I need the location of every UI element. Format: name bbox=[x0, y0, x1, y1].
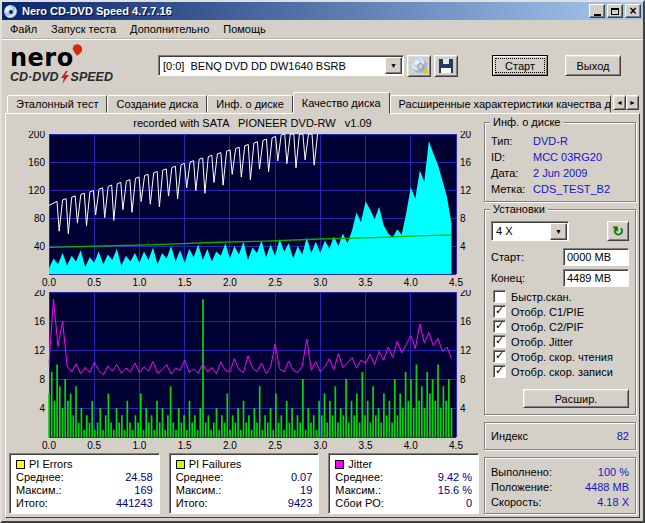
end-mb-field[interactable]: 4489 MB bbox=[563, 269, 629, 287]
svg-text:16: 16 bbox=[34, 315, 46, 326]
tab-label: Инф. о диске bbox=[216, 98, 283, 110]
disc-label-label: Метка: bbox=[491, 183, 533, 195]
speed-label: Скорость: bbox=[491, 496, 542, 508]
svg-text:12: 12 bbox=[460, 344, 472, 355]
start-button[interactable]: Старт bbox=[492, 55, 548, 76]
chevron-down-icon: ▼ bbox=[555, 228, 562, 235]
tab-disc-quality[interactable]: Качество диска bbox=[293, 92, 390, 114]
tab-label: Расширенные характеристики качества дис bbox=[399, 98, 611, 110]
maximize-button[interactable] bbox=[607, 4, 623, 18]
drive-dropdown-arrow[interactable]: ▼ bbox=[385, 57, 402, 74]
disc-label-value: CDS_TEST_B2 bbox=[533, 183, 610, 195]
start-mb-label: Старт: bbox=[491, 251, 524, 263]
stat-label: Среднее: bbox=[16, 471, 64, 484]
scan-speed-select[interactable]: 4 X ▼ bbox=[491, 221, 569, 241]
speed-dropdown-arrow[interactable]: ▼ bbox=[550, 223, 567, 240]
window-title: Nero CD-DVD Speed 4.7.7.16 bbox=[22, 5, 587, 17]
stat-value: 441243 bbox=[116, 497, 153, 510]
save-button[interactable] bbox=[434, 55, 458, 77]
jitter-panel: Jitter Среднее:9.42 % Максим.:15.6 % Сбо… bbox=[328, 453, 479, 514]
nero-logo: nero CD·DVD SPEED bbox=[2, 47, 158, 84]
menu-file[interactable]: Файл bbox=[3, 21, 44, 37]
quick-scan-checkbox[interactable] bbox=[493, 290, 506, 303]
disc-info-button[interactable] bbox=[407, 55, 431, 77]
position-label: Положение: bbox=[491, 481, 552, 493]
show-read-speed-checkbox[interactable] bbox=[493, 350, 506, 363]
checkbox-show-read-speed[interactable]: Отобр. скор. чтения bbox=[493, 349, 629, 364]
disc-type-label: Тип: bbox=[491, 135, 533, 147]
minimize-button[interactable] bbox=[589, 4, 605, 18]
tab-advanced-quality[interactable]: Расширенные характеристики качества дис bbox=[390, 95, 611, 113]
svg-text:0.5: 0.5 bbox=[87, 277, 101, 287]
svg-text:4.5: 4.5 bbox=[449, 440, 463, 450]
svg-text:8: 8 bbox=[460, 373, 466, 384]
lightning-icon bbox=[61, 71, 69, 84]
exit-button[interactable]: Выход bbox=[565, 55, 621, 76]
settings-group-title: Установки bbox=[490, 203, 548, 216]
show-c2-pif-checkbox[interactable] bbox=[493, 320, 506, 333]
stat-label: Сбои PO: bbox=[335, 497, 384, 510]
checkbox-quick-scan[interactable]: Быстр.скан. bbox=[493, 289, 629, 304]
checkbox-label: Отобр. скор. записи bbox=[511, 366, 613, 378]
stat-value: 0 bbox=[466, 497, 472, 510]
tab-create-disc[interactable]: Создание диска bbox=[107, 95, 207, 113]
checkbox-label: Быстр.скан. bbox=[511, 291, 572, 303]
tab-scroll-right-button[interactable]: ► bbox=[626, 95, 639, 110]
tab-benchmark[interactable]: Эталонный тест bbox=[7, 95, 107, 113]
speed-value: 4.18 X bbox=[597, 496, 629, 508]
stat-value: 24.58 bbox=[125, 471, 153, 484]
menu-extra[interactable]: Дополнительно bbox=[123, 21, 216, 37]
speed-text: SPEED bbox=[71, 70, 113, 84]
disc-id-value: MCC 03RG20 bbox=[533, 151, 602, 163]
jitter-color-chip bbox=[335, 460, 344, 469]
show-c1-pie-checkbox[interactable] bbox=[493, 305, 506, 318]
svg-text:0.5: 0.5 bbox=[87, 440, 101, 450]
minimize-icon bbox=[594, 14, 601, 16]
drive-select[interactable]: [0:0] BENQ DVD DD DW1640 BSRB ▼ bbox=[158, 55, 404, 76]
svg-text:3.0: 3.0 bbox=[313, 277, 327, 287]
svg-text:16: 16 bbox=[460, 315, 472, 326]
disc-date-label: Дата: bbox=[491, 167, 533, 179]
svg-text:2.0: 2.0 bbox=[223, 440, 237, 450]
advanced-button[interactable]: Расшир. bbox=[523, 389, 629, 408]
checkbox-label: Отобр. Jitter bbox=[511, 336, 573, 348]
tab-label: Эталонный тест bbox=[16, 98, 98, 110]
stat-label: Итого: bbox=[176, 497, 208, 510]
stat-label: Максим.: bbox=[335, 484, 381, 497]
tab-disc-info[interactable]: Инф. о диске bbox=[207, 95, 292, 113]
checkbox-show-write-speed[interactable]: Отобр. скор. записи bbox=[493, 364, 629, 379]
toolbar: nero CD·DVD SPEED [0:0] BENQ DVD DD DW16… bbox=[2, 39, 643, 91]
svg-text:80: 80 bbox=[34, 213, 46, 224]
menu-run-test[interactable]: Запуск теста bbox=[44, 21, 123, 37]
menu-help[interactable]: Помощь bbox=[216, 21, 273, 37]
nero-text: nero bbox=[10, 44, 74, 72]
stat-label: Итого: bbox=[16, 497, 48, 510]
start-mb-field[interactable]: 0000 MB bbox=[563, 248, 629, 266]
checkbox-show-jitter[interactable]: Отобр. Jitter bbox=[493, 334, 629, 349]
show-jitter-checkbox[interactable] bbox=[493, 335, 506, 348]
checkbox-show-c1-pie[interactable]: Отобр. C1/PIE bbox=[493, 304, 629, 319]
pi-errors-color-chip bbox=[16, 460, 25, 469]
disc-quality-page: recorded with SATA PIONEER DVD-RW v1.09 … bbox=[5, 113, 640, 518]
stat-label: Максим.: bbox=[16, 484, 62, 497]
close-icon: × bbox=[629, 5, 636, 17]
side-panel: Инф. о диске Тип:DVD-R ID:MCC 03RG20 Дат… bbox=[484, 117, 636, 514]
svg-text:40: 40 bbox=[34, 241, 46, 252]
svg-text:160: 160 bbox=[28, 157, 45, 168]
tab-scroll-left-button[interactable]: ◄ bbox=[613, 95, 626, 110]
show-write-speed-checkbox[interactable] bbox=[493, 365, 506, 378]
tab-strip: Эталонный тест Создание диска Инф. о дис… bbox=[2, 91, 643, 113]
drive-select-value: [0:0] BENQ DVD DD DW1640 BSRB bbox=[159, 60, 384, 72]
tab-label: Создание диска bbox=[116, 98, 198, 110]
app-icon bbox=[4, 4, 19, 18]
refresh-button[interactable]: ↻ bbox=[607, 221, 629, 241]
svg-text:20: 20 bbox=[460, 131, 472, 140]
svg-text:20: 20 bbox=[460, 290, 472, 298]
end-mb-label: Конец: bbox=[491, 272, 525, 284]
pi-failures-panel: PI Failures Среднее:0.07 Максим.:19 Итог… bbox=[169, 453, 320, 514]
svg-text:2.0: 2.0 bbox=[223, 277, 237, 287]
svg-text:8: 8 bbox=[39, 373, 45, 384]
close-button[interactable]: × bbox=[625, 4, 641, 18]
checkbox-show-c2-pif[interactable]: Отобр. C2/PIF bbox=[493, 319, 629, 334]
pi-errors-panel: PI Errors Среднее:24.58 Максим.:169 Итог… bbox=[9, 453, 160, 514]
